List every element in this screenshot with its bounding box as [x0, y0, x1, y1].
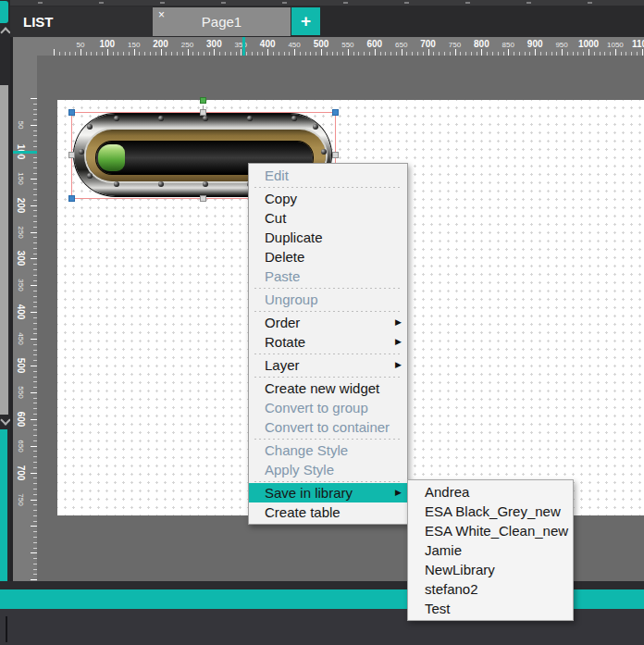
menu-item-test[interactable]: Test — [408, 599, 573, 618]
menu-item-rotate[interactable]: Rotate▶ — [249, 332, 407, 352]
menu-item-delete[interactable]: Delete — [249, 247, 407, 267]
menu-item-convert-to-container: Convert to container — [249, 417, 407, 437]
menu-item-label: Change Style — [265, 442, 348, 458]
ruler-tick — [134, 49, 135, 56]
ruler-tick — [214, 49, 215, 56]
tab-page1[interactable]: × Page1 — [153, 7, 291, 36]
ruler-tick — [508, 49, 509, 56]
resize-handle-s[interactable] — [200, 195, 206, 202]
app-window: LIST × Page1 + 5010015020025030035040045… — [0, 0, 644, 645]
ruler-label: 650 — [16, 438, 27, 454]
menu-item-stefano2[interactable]: stefano2 — [408, 579, 573, 599]
ruler-tick — [241, 49, 242, 56]
ruler-label: 350 — [16, 277, 27, 293]
ruler-label: 600 — [16, 411, 27, 428]
menu-item-create-table[interactable]: Create table — [249, 502, 407, 522]
ruler-tick — [481, 49, 482, 56]
ruler-label: 700 — [16, 465, 27, 481]
chevron-up-icon[interactable] — [0, 27, 10, 37]
ruler-label: 100 — [99, 39, 115, 49]
menu-item-andrea[interactable]: Andrea — [408, 482, 573, 502]
ruler-corner — [13, 37, 37, 56]
close-icon[interactable]: × — [158, 9, 165, 20]
rotation-handle[interactable] — [200, 97, 206, 104]
vertical-ruler: 5010015020025030035040045050055060065070… — [13, 56, 37, 583]
menu-item-newlibrary[interactable]: NewLibrary — [408, 560, 573, 579]
ruler-tick — [31, 312, 37, 313]
ruler-tick — [455, 49, 456, 56]
resize-handle-w[interactable] — [68, 152, 75, 158]
rail-scroll-thumb[interactable] — [0, 85, 8, 415]
menu-item-create-new-widget[interactable]: Create new widget — [249, 378, 407, 398]
submenu-arrow-icon: ▶ — [395, 355, 402, 375]
ruler-tick — [428, 49, 429, 56]
submenu-arrow-icon: ▶ — [395, 483, 402, 502]
menu-item-label: Rotate — [265, 334, 305, 350]
ruler-tick — [375, 49, 376, 56]
tab-list[interactable]: LIST — [10, 6, 153, 37]
ruler-tick — [31, 339, 37, 340]
rail-teal-button[interactable] — [0, 1, 8, 23]
ruler-label: 1000 — [578, 39, 599, 49]
ruler-tick — [31, 473, 37, 474]
menu-item-label: ESA White_Clean_new — [425, 523, 568, 539]
ruler-label: 800 — [474, 39, 489, 49]
ruler-tick — [31, 232, 37, 233]
resize-handle-e[interactable] — [332, 152, 339, 158]
tab-page1-label: Page1 — [202, 14, 242, 30]
menu-item-label: Create table — [265, 504, 341, 520]
resize-handle-ne[interactable] — [332, 109, 339, 116]
menu-item-order[interactable]: Order▶ — [249, 313, 407, 332]
ruler-label: 50 — [16, 117, 27, 133]
menu-item-label: Paste — [265, 268, 300, 284]
menu-item-esa-black-grey-new[interactable]: ESA Black_Grey_new — [408, 502, 573, 521]
ruler-label: 750 — [16, 491, 27, 508]
menu-item-label: Jamie — [425, 542, 462, 558]
tab-bar: LIST × Page1 + — [10, 6, 644, 37]
menu-item-save-in-library[interactable]: Save in library▶ — [249, 483, 407, 502]
ruler-label: 850 — [502, 41, 514, 49]
menu-item-apply-style: Apply Style — [249, 460, 407, 479]
menu-item-change-style: Change Style — [249, 440, 407, 460]
menu-separator — [254, 439, 402, 440]
ruler-tick — [402, 49, 402, 56]
menu-item-label: stefano2 — [425, 581, 478, 597]
menu-item-jamie[interactable]: Jamie — [408, 540, 573, 560]
ruler-tick — [31, 500, 37, 501]
menu-item-label: Test — [425, 601, 451, 616]
menu-item-cut[interactable]: Cut — [249, 208, 407, 228]
ruler-label: 250 — [16, 224, 27, 241]
ruler-label: 200 — [16, 197, 27, 214]
ruler-tick — [80, 49, 81, 56]
menu-item-label: Delete — [265, 249, 304, 265]
ruler-tick — [31, 98, 37, 99]
menu-item-layer[interactable]: Layer▶ — [249, 355, 407, 375]
horizontal-ruler: 5010015020025030035040045050055060065070… — [37, 37, 644, 56]
ruler-label: 550 — [341, 41, 353, 49]
ruler-label: 450 — [288, 41, 300, 49]
ruler-label: 500 — [314, 39, 329, 49]
menu-item-label: Layer — [265, 357, 300, 373]
add-page-button[interactable]: + — [291, 7, 320, 35]
menu-separator — [254, 187, 402, 188]
resize-handle-n[interactable] — [200, 109, 206, 116]
menu-separator — [254, 288, 402, 289]
menu-item-duplicate[interactable]: Duplicate — [249, 228, 407, 247]
resize-handle-sw[interactable] — [68, 195, 75, 202]
plus-icon: + — [301, 11, 311, 31]
menu-item-esa-white-clean-new[interactable]: ESA White_Clean_new — [408, 521, 573, 540]
resize-handle-nw[interactable] — [68, 109, 75, 116]
ruler-tick — [31, 392, 37, 393]
menu-item-label: Convert to container — [265, 419, 390, 435]
menu-item-copy[interactable]: Copy — [249, 189, 407, 208]
menu-separator — [254, 481, 402, 482]
chevron-down-icon[interactable] — [0, 415, 10, 425]
ruler-tick — [31, 285, 37, 286]
menu-separator — [254, 354, 402, 354]
ruler-tick — [54, 49, 55, 56]
context-menu: EditCopyCutDuplicateDeletePasteUngroupOr… — [248, 163, 408, 525]
ruler-tick — [31, 446, 37, 447]
menu-item-label: Order — [265, 315, 300, 330]
menu-item-label: Andrea — [425, 484, 469, 500]
ruler-label: 50 — [76, 41, 84, 49]
